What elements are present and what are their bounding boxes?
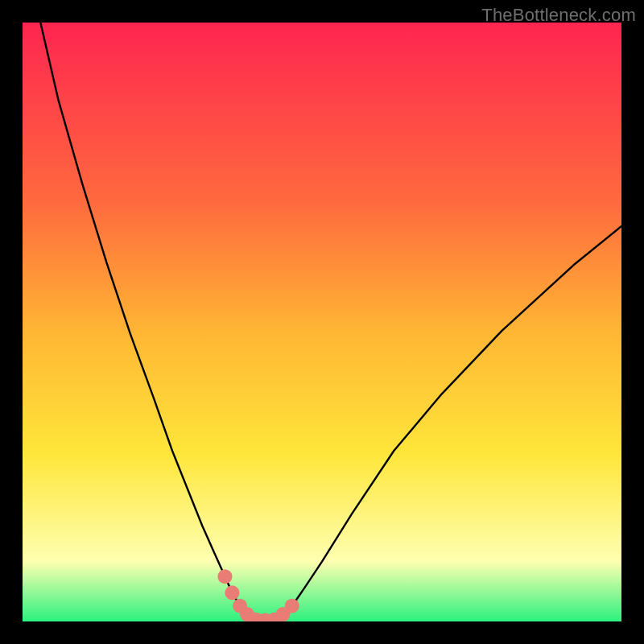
marker-dot <box>285 599 299 613</box>
gradient-background <box>23 23 621 621</box>
marker-dot <box>225 585 239 600</box>
chart-svg <box>23 23 621 621</box>
marker-dot <box>218 569 233 584</box>
chart-frame: TheBottleneck.com <box>0 0 644 644</box>
plot-area <box>23 23 621 621</box>
watermark-text: TheBottleneck.com <box>481 5 636 26</box>
